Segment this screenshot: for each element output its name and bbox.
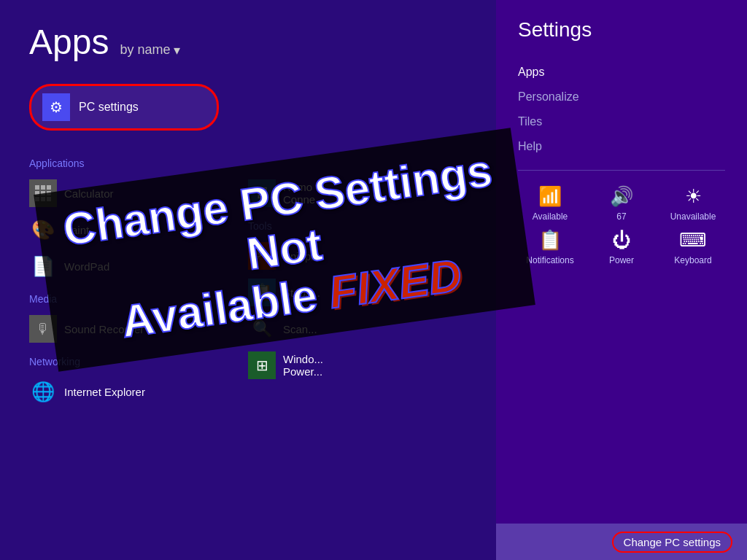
sort-chevron-icon: ▾	[174, 42, 180, 58]
pc-settings-highlight[interactable]: ⚙ PC settings	[29, 84, 219, 131]
settings-menu-personalize[interactable]: Personalize	[518, 85, 725, 109]
brightness-icon: ☀	[685, 185, 702, 208]
apps-header: Apps by name ▾	[29, 22, 467, 62]
status-power[interactable]: ⏻ Power	[589, 229, 654, 265]
category-applications: Applications	[29, 158, 248, 169]
change-pc-settings-button[interactable]: Change PC settings	[612, 532, 732, 553]
settings-menu-apps[interactable]: Apps	[518, 60, 725, 85]
pc-settings-icon: ⚙	[42, 93, 70, 121]
power-label: Power	[609, 255, 634, 265]
list-item[interactable]: ⊞ Windo...Power...	[248, 347, 467, 384]
settings-status-grid: 📶 Available 🔊 67 ☀ Unavailable 📋 Notific…	[518, 185, 725, 265]
status-keyboard[interactable]: ⌨ Keyboard	[661, 229, 725, 265]
sort-label: by name	[120, 42, 170, 58]
network-icon: 📶	[538, 185, 562, 208]
overlay-fixed-text: FIXED	[325, 249, 464, 318]
settings-panel: Settings Apps Personalize Tiles Help 📶 A…	[496, 0, 747, 560]
apps-sort[interactable]: by name ▾	[120, 42, 180, 58]
power-icon: ⏻	[612, 229, 631, 252]
notifications-icon: 📋	[538, 229, 562, 252]
status-brightness[interactable]: ☀ Unavailable	[661, 185, 725, 222]
brightness-label: Unavailable	[670, 211, 716, 222]
status-volume[interactable]: 🔊 67	[589, 185, 654, 222]
pc-settings-label: PC settings	[79, 101, 139, 114]
app-name: Windo...Power...	[283, 353, 323, 378]
gear-icon: ⚙	[50, 98, 63, 116]
settings-divider	[518, 170, 725, 171]
settings-title: Settings	[518, 18, 725, 42]
volume-icon: 🔊	[610, 185, 633, 208]
list-item[interactable]: 🌐 Internet Explorer	[29, 373, 248, 410]
network-label: Available	[533, 211, 568, 222]
ie-icon: 🌐	[29, 378, 57, 405]
settings-menu-tiles[interactable]: Tiles	[518, 109, 725, 134]
notifications-label: Notifications	[526, 255, 573, 265]
keyboard-label: Keyboard	[674, 255, 711, 265]
bottom-bar: Change PC settings	[496, 524, 747, 560]
settings-menu-help[interactable]: Help	[518, 134, 725, 159]
status-network[interactable]: 📶 Available	[518, 185, 582, 222]
keyboard-icon: ⌨	[679, 229, 707, 252]
volume-label: 67	[616, 211, 626, 222]
app-name: Internet Explorer	[64, 386, 145, 398]
apps-title: Apps	[29, 22, 109, 62]
windows-powershell-icon: ⊞	[248, 351, 276, 379]
